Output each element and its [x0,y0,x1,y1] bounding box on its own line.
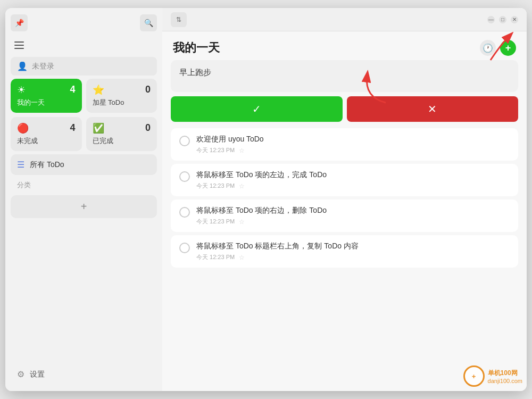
todo-meta-3: 今天 12:23 PM ☆ [196,218,510,226]
hamburger-line-3 [14,48,24,49]
todo-meta-2: 今天 12:23 PM ☆ [196,182,510,190]
my-day-icon: ☀ [17,84,76,96]
main-header: 我的一天 🕐 + [162,31,527,60]
sidebar-top-bar: 📌 🔍 [11,14,157,31]
nav-grid: ☀ 我的一天 4 ⭐ 加星 ToDo 0 🔴 未完成 4 ✅ 已完成 0 [11,79,157,151]
todo-text-area-3: 将鼠标移至 ToDo 项的右边，删除 ToDo 今天 12:23 PM ☆ [196,206,510,226]
todo-star-4[interactable]: ☆ [239,254,245,261]
page-title: 我的一天 [173,40,220,56]
close-button[interactable]: ✕ [511,16,518,23]
content-area: 早上跑步 ✓ ✕ 欢迎使用 uyou ToDo 今天 12:23 PM ☆ [162,60,527,391]
action-buttons: ✓ ✕ [171,96,518,122]
todo-star-2[interactable]: ☆ [239,182,245,190]
confirm-button[interactable]: ✓ [171,96,343,122]
title-bar-right: — □ ✕ [487,16,518,23]
settings-icon: ⚙ [17,369,24,379]
my-day-label: 我的一天 [17,98,76,107]
todo-meta-1: 今天 12:23 PM ☆ [196,146,510,154]
todo-text-area-2: 将鼠标移至 ToDo 项的左边，完成 ToDo 今天 12:23 PM ☆ [196,170,510,190]
all-todo-label: 所有 ToDo [30,160,64,170]
incomplete-icon: 🔴 [17,122,76,134]
user-icon: 👤 [17,61,28,71]
incomplete-label: 未完成 [17,136,76,146]
window-controls: ⇅ [171,12,187,27]
todo-item-1: 欢迎使用 uyou ToDo 今天 12:23 PM ☆ [171,128,518,161]
todo-item-4: 将鼠标移至 ToDo 标题栏右上角，复制 ToDo 内容 今天 12:23 PM… [171,235,518,268]
all-todo-icon: ☰ [17,160,24,170]
header-actions: 🕐 + [480,40,516,56]
todo-checkbox-3[interactable] [179,207,190,218]
watermark-badge: + [463,365,485,387]
nav-card-completed[interactable]: ✅ 已完成 0 [86,117,157,151]
sidebar-bottom: ⚙ 设置 [11,364,157,385]
maximize-button[interactable]: □ [499,16,506,23]
starred-label: 加星 ToDo [93,98,151,107]
starred-icon: ⭐ [93,84,151,96]
todo-title-4: 将鼠标移至 ToDo 标题栏右上角，复制 ToDo 内容 [196,242,510,251]
cancel-button[interactable]: ✕ [347,96,519,122]
history-button[interactable]: 🕐 [480,40,496,56]
todo-time-1: 今天 12:23 PM [196,146,235,154]
my-day-count: 4 [70,84,75,95]
todo-checkbox-1[interactable] [179,136,190,146]
nav-card-my-day[interactable]: ☀ 我的一天 4 [11,79,82,113]
todo-star-1[interactable]: ☆ [239,147,245,154]
search-button[interactable]: 🔍 [140,14,157,31]
todo-input[interactable]: 早上跑步 [171,60,518,92]
todo-checkbox-4[interactable] [179,243,190,253]
todo-time-4: 今天 12:23 PM [196,253,235,261]
nav-card-incomplete[interactable]: 🔴 未完成 4 [11,117,82,151]
watermark-text: 单机100网 danji100.com [488,369,522,384]
main-content: ⇅ — □ ✕ 我的一天 🕐 + 早上跑步 ✓ [162,8,527,391]
sidebar: 📌 🔍 👤 未登录 ☀ 我的一天 4 ⭐ 加星 ToDo 0 🔴 [5,8,162,391]
todo-text-area-1: 欢迎使用 uyou ToDo 今天 12:23 PM ☆ [196,135,510,154]
add-button[interactable]: + [500,40,516,56]
title-bar: ⇅ — □ ✕ [162,8,527,31]
category-section-label: 分类 [11,178,157,192]
all-todo-item[interactable]: ☰ 所有 ToDo [11,154,157,175]
todo-list: 欢迎使用 uyou ToDo 今天 12:23 PM ☆ 将鼠标移至 ToDo … [171,128,518,268]
user-row[interactable]: 👤 未登录 [11,57,157,76]
nav-card-starred[interactable]: ⭐ 加星 ToDo 0 [86,79,157,113]
add-category-button[interactable]: + [11,195,157,218]
incomplete-count: 4 [70,122,75,134]
completed-count: 0 [145,122,151,134]
completed-icon: ✅ [93,122,151,134]
todo-checkbox-2[interactable] [179,171,190,182]
todo-time-2: 今天 12:23 PM [196,182,235,190]
todo-item-2: 将鼠标移至 ToDo 项的左边，完成 ToDo 今天 12:23 PM ☆ [171,164,518,196]
pin-button[interactable]: 📌 [11,14,28,31]
settings-label: 设置 [30,370,45,379]
nav-arrows-button[interactable]: ⇅ [171,12,187,27]
todo-meta-4: 今天 12:23 PM ☆ [196,253,510,261]
hamburger-line-2 [14,45,24,46]
todo-title-1: 欢迎使用 uyou ToDo [196,135,510,144]
todo-title-3: 将鼠标移至 ToDo 项的右边，删除 ToDo [196,206,510,215]
completed-label: 已完成 [93,136,151,146]
hamburger-button[interactable] [11,37,28,54]
watermark: + 单机100网 danji100.com [463,365,522,387]
minimize-button[interactable]: — [487,16,495,23]
cancel-icon: ✕ [428,103,437,115]
todo-time-3: 今天 12:23 PM [196,218,235,226]
user-label: 未登录 [32,62,54,71]
confirm-icon: ✓ [252,103,261,115]
todo-star-3[interactable]: ☆ [239,218,245,226]
todo-title-2: 将鼠标移至 ToDo 项的左边，完成 ToDo [196,170,510,180]
hamburger-line-1 [14,41,24,43]
starred-count: 0 [145,84,151,95]
todo-item-3: 将鼠标移至 ToDo 项的右边，删除 ToDo 今天 12:23 PM ☆ [171,200,518,232]
settings-item[interactable]: ⚙ 设置 [11,364,157,385]
todo-text-area-4: 将鼠标移至 ToDo 标题栏右上角，复制 ToDo 内容 今天 12:23 PM… [196,242,510,261]
